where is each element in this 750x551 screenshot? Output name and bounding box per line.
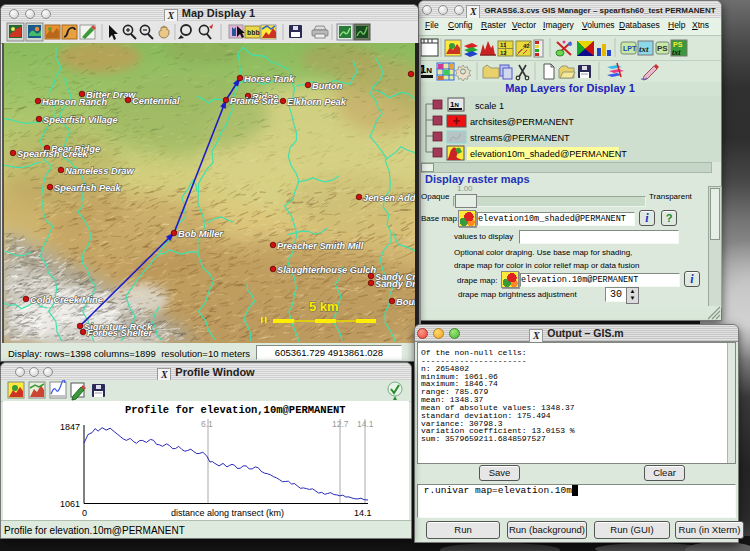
svg-text:12.7: 12.7	[332, 419, 349, 429]
svg-text:1847: 1847	[60, 422, 80, 432]
svg-text:LPT: LPT	[623, 45, 637, 52]
svg-text:Burton: Burton	[312, 81, 343, 91]
svg-text:14.1: 14.1	[354, 508, 372, 518]
svg-text:Bob Miller: Bob Miller	[178, 229, 224, 239]
svg-text:Boulder: Boulder	[396, 297, 415, 307]
svg-text:PS: PS	[657, 44, 668, 53]
svg-text:txt: txt	[672, 48, 681, 57]
svg-text:Nameless Draw: Nameless Draw	[65, 166, 135, 176]
svg-text:distance along transect (km): distance along transect (km)	[171, 508, 284, 518]
svg-text:12: 12	[500, 50, 507, 56]
svg-text:Spearfish Village: Spearfish Village	[43, 115, 118, 125]
svg-text:streams@PERMANENT: streams@PERMANENT	[470, 133, 570, 143]
svg-text:elevation10m_shaded@PERMANENT: elevation10m_shaded@PERMANENT	[470, 149, 627, 159]
svg-text:14.1: 14.1	[357, 419, 374, 429]
svg-text:Centennial: Centennial	[132, 96, 180, 106]
svg-text:Hanson Ranch: Hanson Ranch	[42, 97, 107, 107]
svg-text:Slaughterhouse Gulch: Slaughterhouse Gulch	[277, 265, 377, 275]
svg-text:Prairie Site: Prairie Site	[230, 96, 279, 106]
svg-text:6.1: 6.1	[201, 419, 213, 429]
svg-text:Profile for elevation,10m@PERM: Profile for elevation,10m@PERMANENT	[125, 404, 346, 416]
svg-text:Forbes Shelter: Forbes Shelter	[87, 328, 153, 338]
svg-text:Sandy Dr: Sandy Dr	[375, 279, 415, 289]
svg-text:Preacher Smith Mill: Preacher Smith Mill	[277, 241, 364, 251]
svg-text:11: 11	[500, 42, 507, 48]
svg-text:1061: 1061	[60, 499, 80, 509]
svg-text:Jensen Add: Jensen Add	[363, 193, 415, 203]
svg-text:Elkhorn Peak: Elkhorn Peak	[287, 97, 347, 107]
svg-text:Cold Creek Mine: Cold Creek Mine	[30, 295, 103, 305]
svg-text:42: 42	[523, 43, 530, 49]
svg-text:Spearfish Peak: Spearfish Peak	[54, 183, 121, 193]
svg-text:5 km: 5 km	[309, 299, 339, 314]
svg-text:PS: PS	[673, 41, 683, 48]
svg-text:txt: txt	[639, 44, 649, 54]
svg-text:Horse Tank: Horse Tank	[244, 74, 295, 84]
svg-text:bbb: bbb	[247, 29, 260, 37]
svg-text:scale 1: scale 1	[475, 101, 504, 111]
svg-text:Spearfish Creek: Spearfish Creek	[17, 149, 89, 159]
svg-text:0: 0	[82, 508, 87, 518]
svg-text:archsites@PERMANENT: archsites@PERMANENT	[470, 117, 574, 127]
svg-text:1N: 1N	[450, 100, 459, 109]
